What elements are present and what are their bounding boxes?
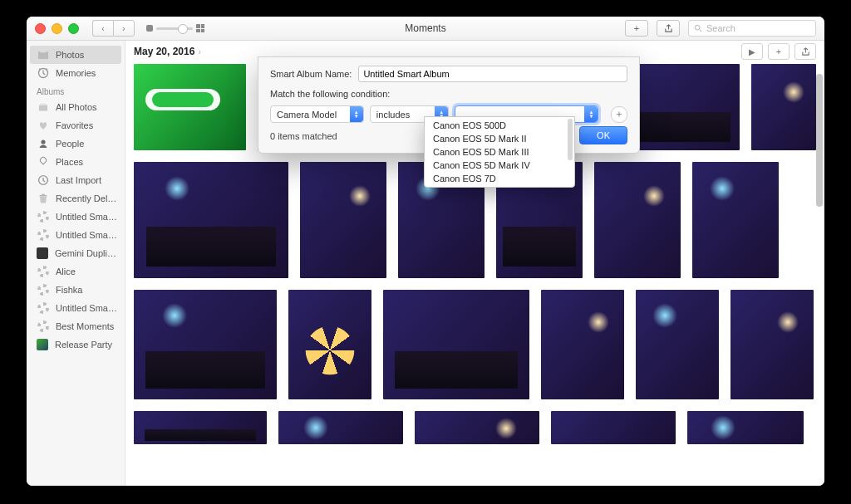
- sidebar-item-fishka[interactable]: Fishka: [27, 281, 125, 299]
- sidebar-item-memories[interactable]: Memories: [27, 64, 125, 82]
- traffic-lights: [27, 23, 79, 34]
- dropdown-option[interactable]: Canon EOS 500D: [425, 119, 574, 132]
- photo-thumbnail[interactable]: [134, 162, 288, 278]
- sidebar-item-all-photos[interactable]: All Photos: [27, 98, 125, 116]
- zoom-window-button[interactable]: [68, 23, 79, 34]
- play-slideshow-button[interactable]: ▶: [741, 43, 763, 60]
- close-window-button[interactable]: [35, 23, 46, 34]
- scrollbar[interactable]: [816, 74, 823, 207]
- gear-icon: [37, 229, 49, 242]
- svg-point-7: [41, 139, 45, 144]
- sidebar-item-gemini[interactable]: Gemini Dupli…: [27, 244, 125, 262]
- photo-thumbnail[interactable]: [541, 290, 624, 399]
- svg-rect-6: [40, 104, 47, 105]
- sidebar-item-places[interactable]: Places: [27, 153, 125, 171]
- search-field[interactable]: Search: [688, 20, 816, 37]
- photo-thumbnail[interactable]: [415, 411, 539, 444]
- photo-thumbnail[interactable]: [288, 290, 371, 399]
- album-thumb-icon: [37, 247, 48, 259]
- sidebar-item-smart-1[interactable]: Untitled Sma…: [27, 208, 125, 226]
- svg-rect-3: [40, 50, 47, 52]
- share-button-2[interactable]: [794, 43, 816, 60]
- album-name-input[interactable]: [358, 66, 627, 82]
- svg-rect-2: [38, 51, 48, 59]
- date-heading[interactable]: May 20, 2016 ›: [134, 46, 201, 57]
- clock-icon: [37, 174, 49, 187]
- photos-window: ‹ › Moments + Search: [27, 17, 824, 486]
- photo-thumbnail[interactable]: [627, 64, 740, 150]
- dropdown-option[interactable]: Canon EOS 7D: [425, 172, 574, 185]
- select-stepper-icon: ▲▼: [350, 106, 363, 122]
- photo-thumbnail[interactable]: [594, 162, 681, 278]
- photo-thumbnail[interactable]: [751, 64, 816, 150]
- sidebar-item-people[interactable]: People: [27, 135, 125, 153]
- sidebar-section-albums: Albums: [27, 82, 125, 98]
- photo-thumbnail[interactable]: [687, 411, 804, 444]
- sidebar-item-last-import[interactable]: Last Import: [27, 171, 125, 189]
- photo-thumbnail[interactable]: [134, 411, 267, 444]
- memories-icon: [37, 67, 49, 80]
- sidebar-item-smart-2[interactable]: Untitled Sma…: [27, 226, 125, 244]
- gear-icon: [37, 211, 49, 223]
- gear-icon: [37, 266, 49, 278]
- create-button[interactable]: +: [625, 20, 648, 37]
- select-stepper-icon: ▲▼: [584, 106, 598, 122]
- pin-icon: [37, 156, 49, 169]
- photo-thumbnail[interactable]: [134, 290, 277, 399]
- back-button[interactable]: ‹: [92, 20, 113, 37]
- zoom-slider-group: [146, 24, 204, 32]
- zoom-slider[interactable]: [156, 27, 193, 30]
- person-icon: [37, 138, 49, 150]
- titlebar: ‹ › Moments + Search: [27, 17, 824, 41]
- search-icon: [694, 24, 702, 32]
- svg-point-0: [695, 25, 700, 30]
- share-button[interactable]: [657, 20, 680, 37]
- dropdown-option[interactable]: Canon EOS 5D Mark IV: [425, 159, 574, 172]
- trash-icon: [37, 193, 49, 205]
- chevron-right-icon: ›: [198, 47, 200, 56]
- svg-rect-10: [42, 194, 44, 195]
- zoom-slider-knob[interactable]: [178, 24, 188, 34]
- photo-thumbnail[interactable]: [636, 290, 719, 399]
- photo-thumbnail[interactable]: [300, 162, 386, 278]
- dropdown-option[interactable]: Canon EOS 5D Mark III: [425, 145, 574, 159]
- sidebar-item-recently-deleted[interactable]: Recently Del…: [27, 189, 125, 208]
- sidebar-item-best-moments[interactable]: Best Moments: [27, 317, 125, 335]
- gear-icon: [37, 284, 49, 296]
- sidebar-item-smart-3[interactable]: Untitled Sma…: [27, 299, 125, 317]
- gear-icon: [37, 321, 49, 333]
- condition-field-select[interactable]: Camera Model ▲▼: [270, 105, 364, 123]
- sidebar-item-photos[interactable]: Photos: [30, 46, 121, 64]
- sidebar: Photos Memories Albums All Photos Favori…: [27, 41, 125, 486]
- search-placeholder: Search: [706, 23, 735, 33]
- match-condition-label: Match the following condition:: [270, 89, 390, 99]
- dropdown-option[interactable]: Canon EOS 5D Mark II: [425, 132, 574, 145]
- add-to-button[interactable]: +: [768, 43, 790, 60]
- album-thumb-icon: [37, 339, 48, 350]
- dropdown-scrollbar[interactable]: [568, 119, 573, 160]
- photo-thumbnail[interactable]: [383, 290, 529, 399]
- ok-button[interactable]: OK: [579, 126, 627, 144]
- svg-rect-9: [39, 195, 47, 196]
- sidebar-item-alice[interactable]: Alice: [27, 262, 125, 281]
- photo-thumbnail[interactable]: [134, 64, 246, 150]
- heart-icon: [37, 120, 49, 132]
- photo-thumbnail[interactable]: [730, 290, 814, 399]
- camera-model-dropdown: Canon EOS 500D Canon EOS 5D Mark II Cano…: [424, 116, 575, 188]
- stack-icon: [37, 101, 49, 114]
- zoom-small-icon: [146, 25, 153, 32]
- forward-button[interactable]: ›: [113, 20, 135, 37]
- sidebar-item-favorites[interactable]: Favorites: [27, 116, 125, 135]
- minimize-window-button[interactable]: [52, 23, 62, 34]
- gear-icon: [37, 302, 49, 315]
- photo-thumbnail[interactable]: [692, 162, 779, 278]
- add-condition-button[interactable]: ＋: [611, 106, 627, 123]
- sidebar-item-release-party[interactable]: Release Party: [27, 335, 125, 354]
- photo-thumbnail[interactable]: [278, 411, 403, 444]
- zoom-large-icon: [196, 24, 204, 32]
- svg-rect-5: [39, 105, 47, 111]
- photo-thumbnail[interactable]: [551, 411, 676, 444]
- album-name-label: Smart Album Name:: [270, 69, 352, 79]
- photos-icon: [37, 49, 49, 61]
- nav-back-forward: ‹ ›: [92, 20, 135, 37]
